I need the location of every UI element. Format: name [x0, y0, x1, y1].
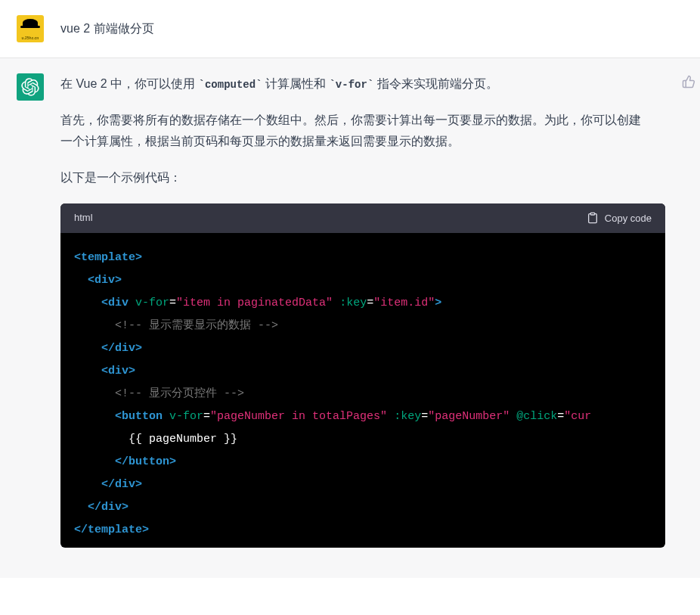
inline-code-computed: `computed`	[199, 79, 262, 91]
assistant-paragraph-2: 首先，你需要将所有的数据存储在一个数组中。然后，你需要计算出每一页要显示的数据。…	[60, 110, 650, 152]
user-message-text: vue 2 前端做分页	[60, 15, 700, 42]
code-language-label: html	[74, 210, 93, 227]
code-block: html Copy code <template> <div> <div v-f…	[60, 203, 665, 548]
assistant-avatar	[17, 73, 44, 101]
copy-label: Copy code	[605, 213, 652, 224]
avatar-caption: u.25hz.cn	[22, 36, 39, 40]
clipboard-icon	[587, 212, 599, 224]
svg-rect-0	[590, 213, 594, 216]
thumbs-up-icon[interactable]	[682, 75, 695, 89]
assistant-paragraph-1: 在 Vue 2 中，你可以使用 `computed` 计算属性和 `v-for`…	[60, 73, 650, 95]
assistant-message-content: 在 Vue 2 中，你可以使用 `computed` 计算属性和 `v-for`…	[60, 73, 665, 548]
user-message: u.25hz.cn vue 2 前端做分页	[0, 0, 700, 57]
assistant-paragraph-3: 以下是一个示例代码：	[60, 167, 650, 188]
inline-code-vfor: `v-for`	[329, 79, 373, 91]
user-avatar: u.25hz.cn	[17, 15, 44, 42]
openai-logo-icon	[21, 78, 39, 96]
feedback-toolbar	[682, 73, 700, 548]
hat-brim-icon	[20, 26, 40, 28]
code-content[interactable]: <template> <div> <div v-for="item in pag…	[60, 233, 665, 548]
assistant-message: 在 Vue 2 中，你可以使用 `computed` 计算属性和 `v-for`…	[0, 57, 700, 578]
copy-code-button[interactable]: Copy code	[587, 212, 652, 224]
code-header: html Copy code	[60, 203, 665, 233]
